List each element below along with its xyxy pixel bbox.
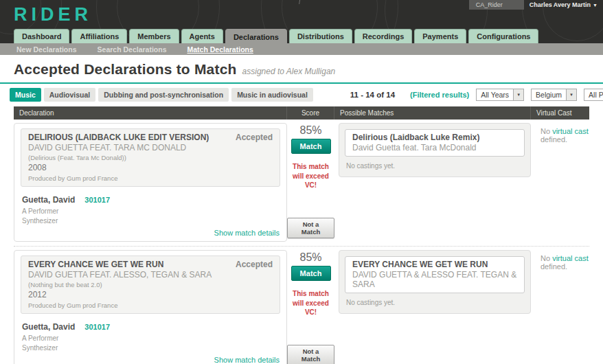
work-artist: DAVID GUETTA FEAT. TARA MC DONALD: [28, 143, 273, 152]
work-year: 2012: [28, 290, 273, 299]
tab-members[interactable]: Members: [129, 29, 179, 43]
app-logo: RIDER: [14, 4, 92, 25]
tab-affiliations[interactable]: Affiliations: [71, 29, 127, 43]
work-title: EVERY CHANCE WE GET WE RUN: [28, 260, 163, 269]
work-year: 2008: [28, 163, 273, 172]
work-artist: DAVID GUETTA FEAT. ALESSO, TEGAN & SARA: [28, 270, 273, 280]
performer-instrument: Synthesizer: [22, 217, 280, 225]
match-score: 85%: [287, 124, 334, 137]
playlist-select[interactable]: All Playlists ▼: [584, 89, 603, 101]
filter-pill-audiovisual[interactable]: Audiovisual: [44, 88, 96, 102]
chevron-down-icon: ▼: [593, 3, 598, 8]
status-badge: Accepted: [236, 133, 273, 142]
castings-note: No castings yet.: [346, 162, 523, 170]
performer-id-link[interactable]: 301017: [84, 196, 110, 204]
work-alt-title: (Nothing but the beat 2.0): [28, 281, 273, 288]
status-badge: Accepted: [236, 260, 273, 269]
performer-role: A Performer: [22, 334, 280, 342]
page-title-bar: Accepted Declarations to Matchassigned t…: [0, 55, 603, 84]
declaration-row: EVERY CHANCE WE GET WE RUN Accepted DAVI…: [14, 247, 589, 364]
app-code: CA_Rider: [469, 0, 524, 10]
show-match-details-link[interactable]: Show match details: [214, 229, 280, 237]
column-header-virtual-cast: Virtual Cast: [531, 106, 589, 120]
performer-block: Guetta, David301017 A Performer Synthesi…: [22, 193, 280, 225]
filter-pill-music[interactable]: Music: [10, 88, 41, 102]
declaration-card: DELIRIOUS (LAIDBACK LUKE EDIT VERSION) A…: [14, 123, 287, 242]
filtered-results-note: (Filtered results): [410, 91, 469, 99]
possible-match-title: Delirious (Laidback Luke Remix): [352, 133, 517, 142]
virtual-cast-status: No virtual cast defined.: [541, 127, 589, 144]
user-menu[interactable]: Charles Avery Martin▼: [524, 1, 603, 8]
chevron-down-icon: ▼: [566, 89, 576, 100]
top-user-strip: CA_Rider Charles Avery Martin▼: [469, 0, 603, 10]
work-producer: Produced by Gum prod France: [28, 174, 273, 182]
main-tabs: Dashboard Affiliations Members Agents De…: [14, 29, 538, 43]
possible-match-card: Delirious (Laidback Luke Remix) David Gu…: [339, 123, 531, 177]
work-card: DELIRIOUS (LAIDBACK LUKE EDIT VERSION) A…: [21, 128, 280, 187]
subnav-search-declarations[interactable]: Search Declarations: [98, 45, 167, 54]
match-button[interactable]: Match: [291, 266, 331, 281]
app-header: RIDER CA_Rider Charles Avery Martin▼ Das…: [0, 0, 603, 43]
show-match-details-link[interactable]: Show match details: [214, 356, 280, 364]
match-button[interactable]: Match: [291, 139, 331, 154]
work-alt-title: (Delirious (Feat. Tara Mc Donald)): [28, 154, 273, 161]
vc-warning: This match will exceed VC!: [287, 289, 334, 317]
performer-instrument: Synthesizer: [22, 344, 280, 352]
not-a-match-button[interactable]: Not a Match: [287, 345, 334, 364]
possible-match-card: EVERY CHANCE WE GET WE RUN DAVID GUETTA …: [339, 250, 531, 314]
match-score: 85%: [287, 251, 334, 264]
declaration-row: DELIRIOUS (LAIDBACK LUKE EDIT VERSION) A…: [14, 120, 589, 247]
performer-block: Guetta, David301017 A Performer Synthesi…: [22, 320, 280, 352]
tab-dashboard[interactable]: Dashboard: [14, 29, 69, 43]
tab-declarations[interactable]: Declarations: [225, 29, 287, 43]
filter-bar: Music Audiovisual Dubbing and post-synch…: [0, 84, 603, 105]
tab-configurations[interactable]: Configurations: [468, 29, 538, 43]
tab-agents[interactable]: Agents: [181, 29, 223, 43]
tab-distributions[interactable]: Distributions: [289, 29, 352, 43]
sub-navigation: New Declarations Search Declarations Mat…: [0, 43, 603, 55]
column-header-declaration: Declaration: [14, 106, 287, 120]
castings-note: No castings yet.: [346, 299, 523, 306]
subnav-new-declarations[interactable]: New Declarations: [16, 45, 77, 54]
not-a-match-button[interactable]: Not a Match: [287, 218, 334, 238]
declaration-card: EVERY CHANCE WE GET WE RUN Accepted DAVI…: [14, 250, 287, 364]
virtual-cast-link[interactable]: virtual cast: [552, 127, 589, 135]
column-header-score: Score: [287, 106, 334, 120]
performer-name: Guetta, David: [22, 195, 75, 205]
assigned-to-label: assigned to Alex Mulligan: [242, 67, 336, 76]
country-select[interactable]: Belgium ▼: [531, 89, 577, 101]
page-title: Accepted Declarations to Match: [14, 61, 237, 77]
possible-match-artist: DAVID GUETTA & ALESSO FEAT. TEGAN & SARA: [352, 270, 517, 289]
tab-recordings[interactable]: Recordings: [354, 29, 413, 43]
year-select[interactable]: All Years ▼: [476, 89, 524, 101]
possible-match-title: EVERY CHANCE WE GET WE RUN: [352, 260, 517, 269]
table-header: Declaration Score Possible Matches Virtu…: [14, 106, 589, 120]
chevron-down-icon: ▼: [513, 89, 523, 100]
tab-payments[interactable]: Payments: [414, 29, 466, 43]
performer-id-link[interactable]: 301017: [84, 323, 110, 331]
virtual-cast-link[interactable]: virtual cast: [552, 254, 589, 262]
work-card: EVERY CHANCE WE GET WE RUN Accepted DAVI…: [21, 255, 280, 314]
performer-name: Guetta, David: [22, 322, 75, 332]
filter-pill-music-in-audiovisual[interactable]: Music in audiovisual: [231, 88, 313, 102]
filter-pill-dubbing[interactable]: Dubbing and post-synchronisation: [98, 88, 229, 102]
possible-match-artist: David Guetta feat. Tara McDonald: [352, 143, 517, 152]
work-producer: Produced by Gum prod France: [28, 302, 273, 309]
vc-warning: This match will exceed VC!: [287, 162, 334, 190]
performer-role: A Performer: [22, 207, 280, 215]
virtual-cast-status: No virtual cast defined.: [541, 254, 589, 271]
result-range: 11 - 14 of 14: [350, 91, 395, 99]
column-header-possible-matches: Possible Matches: [334, 106, 531, 120]
work-title: DELIRIOUS (LAIDBACK LUKE EDIT VERSION): [28, 133, 209, 142]
subnav-match-declarations[interactable]: Match Declarations: [187, 45, 253, 54]
